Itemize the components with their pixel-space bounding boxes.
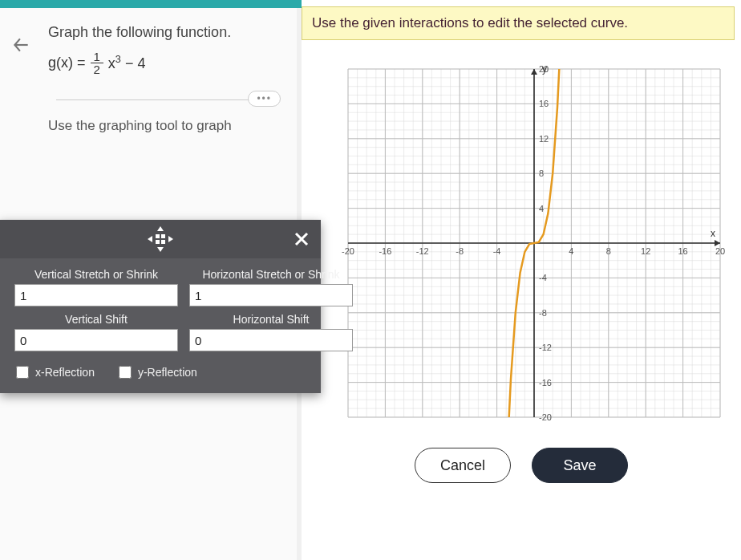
svg-text:-16: -16	[379, 246, 391, 256]
transform-panel: Vertical Stretch or Shrink Horizontal St…	[0, 220, 321, 393]
y-reflection-checkbox[interactable]	[119, 366, 132, 379]
svg-text:16: 16	[539, 99, 549, 108]
panel-header[interactable]	[0, 220, 321, 258]
hint-banner: Use the given interactions to edit the s…	[302, 6, 735, 40]
svg-text:-12: -12	[539, 343, 552, 352]
fn-body: x3 − 4	[108, 54, 146, 72]
svg-text:20: 20	[715, 246, 725, 256]
graph-area[interactable]: -20-16-12-8-448121620-20-16-12-8-4481216…	[334, 55, 735, 432]
svg-text:-8: -8	[539, 308, 547, 318]
close-button[interactable]	[289, 226, 314, 252]
x-reflection-wrapper[interactable]: x-Reflection	[16, 366, 95, 379]
more-button[interactable]: •••	[248, 91, 281, 107]
h-shift-input[interactable]	[189, 329, 353, 351]
svg-marker-3	[157, 247, 164, 252]
svg-text:-8: -8	[456, 246, 464, 256]
x-reflection-checkbox[interactable]	[16, 366, 29, 379]
fraction-denominator: 2	[91, 63, 103, 75]
svg-text:16: 16	[678, 246, 687, 256]
tool-instruction: Use the graphing tool to graph	[48, 118, 297, 134]
function-equation: g(x) = 1 2 x3 − 4	[48, 51, 297, 75]
svg-text:4: 4	[569, 246, 573, 256]
svg-rect-6	[156, 234, 160, 238]
svg-text:-4: -4	[539, 273, 547, 282]
back-arrow-icon	[10, 34, 31, 55]
svg-text:-20: -20	[539, 412, 552, 422]
svg-text:x: x	[711, 228, 715, 239]
svg-marker-118	[715, 240, 720, 246]
svg-marker-4	[148, 236, 152, 242]
svg-text:12: 12	[641, 246, 650, 256]
graph-instruction: Graph the following function.	[48, 24, 297, 41]
svg-marker-5	[168, 236, 173, 242]
back-button[interactable]	[6, 30, 35, 59]
cancel-button[interactable]: Cancel	[415, 448, 511, 483]
y-reflection-label: y-Reflection	[138, 366, 197, 379]
svg-text:-12: -12	[416, 246, 429, 256]
fn-prefix: g(x) =	[48, 55, 86, 71]
svg-text:8: 8	[539, 168, 544, 178]
svg-rect-8	[156, 240, 160, 244]
svg-marker-2	[157, 226, 164, 231]
y-reflection-wrapper[interactable]: y-Reflection	[119, 366, 197, 379]
svg-rect-7	[161, 234, 165, 238]
x-reflection-label: x-Reflection	[35, 366, 95, 379]
svg-marker-119	[531, 69, 537, 75]
move-icon	[147, 225, 174, 253]
svg-text:-20: -20	[342, 246, 354, 256]
svg-text:4: 4	[539, 204, 544, 213]
chart[interactable]: -20-16-12-8-448121620-20-16-12-8-4481216…	[334, 55, 735, 432]
v-shift-input[interactable]	[14, 329, 178, 351]
divider: •••	[56, 99, 273, 100]
v-shift-label: Vertical Shift	[14, 310, 178, 326]
h-shift-label: Horizontal Shift	[189, 310, 353, 326]
fraction-numerator: 1	[91, 51, 103, 63]
save-button[interactable]: Save	[532, 448, 628, 483]
h-stretch-label: Horizontal Stretch or Shrink	[189, 265, 353, 281]
svg-text:-4: -4	[493, 246, 501, 256]
h-stretch-input[interactable]	[189, 284, 353, 306]
fraction: 1 2	[91, 51, 103, 75]
svg-text:12: 12	[539, 134, 549, 144]
svg-text:8: 8	[606, 246, 611, 256]
svg-text:-16: -16	[539, 378, 552, 388]
v-stretch-label: Vertical Stretch or Shrink	[14, 265, 178, 281]
v-stretch-input[interactable]	[14, 284, 178, 306]
close-icon	[294, 232, 309, 246]
svg-text:y: y	[542, 63, 547, 75]
svg-rect-9	[161, 240, 165, 244]
